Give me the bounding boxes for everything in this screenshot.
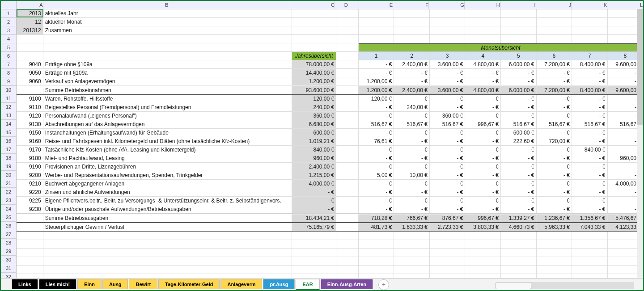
month-value[interactable]: - € — [430, 95, 466, 103]
account-code[interactable]: 9040 — [17, 60, 43, 68]
cell[interactable] — [336, 52, 359, 60]
month-value[interactable]: - € — [537, 129, 572, 137]
cell[interactable] — [292, 43, 336, 51]
month-value[interactable]: - € — [359, 146, 394, 154]
cell[interactable] — [292, 18, 336, 26]
cell[interactable] — [572, 257, 608, 265]
month-value[interactable]: - € — [359, 163, 394, 171]
account-code[interactable]: 9150 — [17, 129, 43, 137]
cell[interactable] — [501, 249, 537, 257]
cell[interactable] — [537, 9, 572, 17]
cell[interactable] — [292, 9, 336, 17]
cell[interactable] — [43, 35, 292, 43]
row-header-6[interactable]: 6 — [1, 52, 16, 60]
month-value[interactable]: 516,67 € — [430, 120, 466, 128]
year-value[interactable]: 600,00 € — [292, 129, 336, 137]
account-label[interactable]: Eigene Pflichtvers.beitr., Beitr. zu Ver… — [43, 197, 292, 205]
cell[interactable] — [537, 274, 572, 278]
month-value[interactable]: - € — [572, 171, 608, 179]
cell[interactable] — [501, 35, 537, 43]
account-code[interactable]: 9120 — [17, 112, 43, 120]
month-value[interactable]: 7.200,00 € — [537, 86, 572, 94]
cell[interactable] — [292, 266, 336, 274]
cell[interactable] — [43, 266, 292, 274]
year-value[interactable]: 18.434,21 € — [292, 214, 336, 222]
year-value[interactable]: 2.400,00 € — [292, 163, 336, 171]
cell[interactable] — [359, 240, 394, 248]
col-header-J[interactable]: J — [536, 1, 572, 9]
year-value[interactable]: 240,00 € — [292, 103, 336, 111]
month-header-3[interactable]: 3 — [430, 52, 466, 60]
row-header-7[interactable]: 7 — [1, 60, 16, 69]
cell[interactable] — [17, 257, 43, 265]
cell[interactable] — [465, 35, 501, 43]
cell[interactable] — [292, 249, 336, 257]
month-value[interactable]: - € — [359, 129, 394, 137]
month-value[interactable]: - € — [430, 163, 466, 171]
year-value[interactable]: 4.000,00 € — [292, 180, 336, 188]
cell[interactable] — [336, 232, 359, 240]
month-value[interactable]: 516,67 € — [537, 120, 572, 128]
cell[interactable] — [336, 274, 359, 278]
cell[interactable] — [430, 35, 466, 43]
cell[interactable] — [537, 249, 572, 257]
cell[interactable] — [430, 232, 466, 240]
cell[interactable] — [43, 240, 292, 248]
cell[interactable] — [359, 232, 394, 240]
col-header-K[interactable]: K — [572, 1, 607, 9]
month-value[interactable]: - € — [501, 163, 537, 171]
year-value[interactable]: 6.680,00 € — [292, 120, 336, 128]
month-value[interactable]: - € — [359, 205, 394, 213]
month-value[interactable]: - € — [465, 154, 501, 162]
cell[interactable] — [292, 240, 336, 248]
sheet-tab-tage-kilometer-geld[interactable]: Tage-Kilometer-Geld — [158, 279, 220, 289]
row-header-2[interactable]: 2 — [1, 18, 16, 26]
month-value[interactable]: - € — [359, 154, 394, 162]
month-value[interactable]: 360,00 € — [430, 112, 466, 120]
row-header-32[interactable]: 32 — [1, 273, 16, 278]
col-header-B[interactable]: B — [43, 1, 291, 9]
cell[interactable] — [336, 95, 359, 103]
cell[interactable] — [465, 26, 501, 34]
cell[interactable] — [430, 266, 466, 274]
month-value[interactable]: 766,67 € — [394, 214, 430, 222]
cell[interactable] — [359, 26, 394, 34]
account-code[interactable]: 9225 — [17, 197, 43, 205]
month-value[interactable]: - € — [394, 129, 430, 137]
month-header-6[interactable]: 6 — [537, 52, 572, 60]
month-value[interactable]: - € — [430, 103, 466, 111]
col-header-H[interactable]: H — [465, 1, 500, 9]
account-code[interactable] — [17, 86, 43, 94]
cell[interactable] — [501, 266, 537, 274]
account-label[interactable]: Instandhaltungen (Erhaltungsaufwand) für… — [43, 129, 292, 137]
month-value[interactable]: 1.236,67 € — [537, 214, 572, 222]
cell[interactable] — [336, 9, 359, 17]
account-code[interactable]: 9160 — [17, 137, 43, 145]
vertical-scroll-thumb[interactable] — [637, 9, 643, 125]
sheet-tab-anlageverm[interactable]: Anlageverm — [220, 279, 262, 289]
row-header-17[interactable]: 17 — [1, 145, 16, 154]
cell[interactable] — [572, 249, 608, 257]
cell[interactable] — [394, 26, 430, 34]
month-value[interactable]: - € — [537, 69, 572, 77]
month-value[interactable]: 600,00 € — [501, 129, 537, 137]
month-value[interactable]: - € — [501, 95, 537, 103]
cell[interactable] — [336, 112, 359, 120]
month-value[interactable]: - € — [394, 205, 430, 213]
horizontal-scrollbar[interactable] — [496, 282, 634, 289]
cell[interactable] — [359, 18, 394, 26]
month-value[interactable]: 1.200,00 € — [359, 77, 394, 85]
cell[interactable] — [17, 232, 43, 240]
cell[interactable] — [430, 274, 466, 278]
year-value[interactable]: 1.200,00 € — [292, 77, 336, 85]
month-value[interactable]: 2.723,33 € — [430, 223, 466, 231]
year-value[interactable]: 93.600,00 € — [292, 86, 336, 94]
cell[interactable] — [394, 249, 430, 257]
cell[interactable] — [465, 266, 501, 274]
sheet-tab-einn-ausg-arten[interactable]: Einn-Ausg-Arten — [321, 279, 373, 289]
cell[interactable] — [501, 232, 537, 240]
row-header-9[interactable]: 9 — [1, 77, 16, 86]
cell[interactable] — [501, 257, 537, 265]
cell[interactable] — [336, 69, 359, 77]
cell[interactable] — [336, 163, 359, 171]
